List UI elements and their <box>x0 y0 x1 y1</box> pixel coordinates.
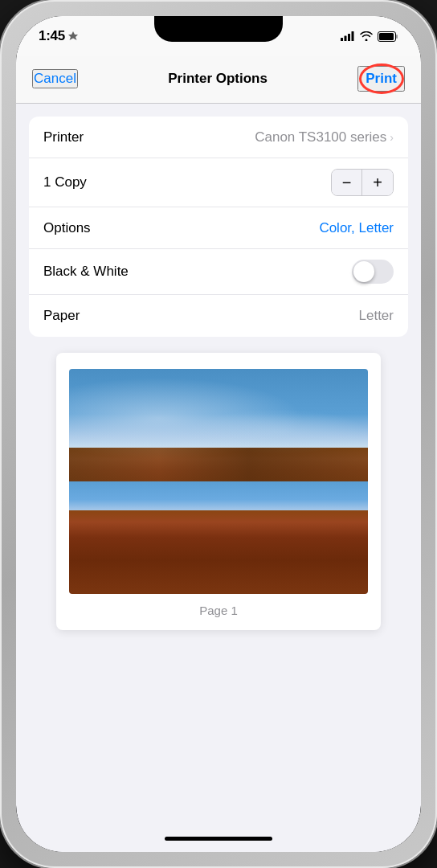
black-white-row: Black & White <box>29 249 408 295</box>
svg-rect-5 <box>396 35 398 39</box>
status-time: 1:45 <box>39 28 65 44</box>
options-card: Printer Canon TS3100 series › 1 Copy − + <box>29 117 408 337</box>
cancel-button[interactable]: Cancel <box>32 69 78 88</box>
black-white-toggle[interactable] <box>352 260 394 284</box>
content-area: Printer Canon TS3100 series › 1 Copy − + <box>16 104 421 825</box>
black-white-label: Black & White <box>43 264 129 280</box>
phone-frame: 1:45 <box>0 0 437 868</box>
svg-rect-2 <box>348 34 350 41</box>
location-icon <box>68 31 78 41</box>
copy-label: 1 Copy <box>43 174 87 190</box>
signal-icon <box>341 31 355 41</box>
copy-row: 1 Copy − + <box>29 158 408 207</box>
increment-button[interactable]: + <box>362 170 393 195</box>
svg-rect-0 <box>341 38 343 41</box>
nav-bar: Cancel Printer Options Print <box>16 56 421 104</box>
printer-chevron-icon: › <box>390 131 394 144</box>
printer-label: Printer <box>43 129 84 145</box>
toggle-thumb <box>353 261 374 282</box>
options-value: Color, Letter <box>319 220 394 236</box>
home-indicator-bar <box>16 825 421 852</box>
print-highlight-circle <box>359 63 404 94</box>
copy-stepper[interactable]: − + <box>331 169 394 196</box>
paper-row[interactable]: Paper Letter <box>29 295 408 337</box>
wifi-icon <box>360 31 373 41</box>
svg-rect-6 <box>379 33 394 40</box>
preview-image <box>69 369 368 594</box>
canyon-photo <box>69 369 368 594</box>
options-label: Options <box>43 220 91 236</box>
phone-screen: 1:45 <box>16 16 421 852</box>
decrement-button[interactable]: − <box>332 170 362 195</box>
options-row[interactable]: Options Color, Letter <box>29 207 408 249</box>
svg-rect-1 <box>345 36 347 42</box>
status-icons <box>341 31 398 42</box>
paper-value: Letter <box>359 308 394 324</box>
paper-label: Paper <box>43 308 80 324</box>
svg-rect-3 <box>352 31 354 41</box>
home-bar <box>165 837 272 841</box>
page-label: Page 1 <box>199 604 238 617</box>
battery-icon <box>378 31 398 42</box>
screen: 1:45 <box>16 16 421 852</box>
printer-value: Canon TS3100 series › <box>255 129 394 145</box>
printer-row[interactable]: Printer Canon TS3100 series › <box>29 117 408 158</box>
preview-card: Page 1 <box>56 353 381 630</box>
notch <box>154 16 283 42</box>
page-title: Printer Options <box>168 71 268 87</box>
print-button-wrapper: Print <box>357 66 405 92</box>
